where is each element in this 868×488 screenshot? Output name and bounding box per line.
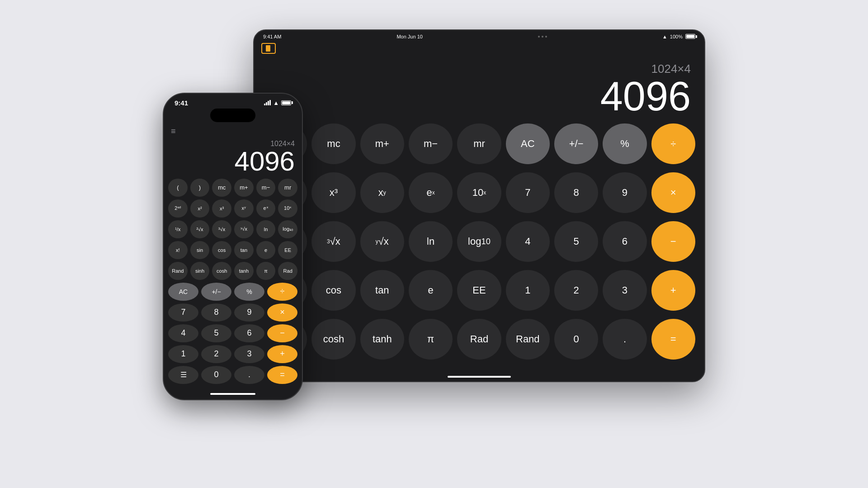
iphone-btn-rand[interactable]: Rand	[168, 262, 188, 280]
btn-decimal[interactable]: .	[603, 319, 646, 360]
iphone-btn-reciprocal[interactable]: ¹/x	[168, 220, 188, 238]
iphone-btn-cosh[interactable]: cosh	[212, 262, 231, 280]
btn-subtract[interactable]: −	[651, 221, 695, 262]
btn-cosh[interactable]: cosh	[311, 319, 355, 360]
iphone-btn-factorial[interactable]: x!	[168, 241, 188, 259]
btn-2[interactable]: 2	[554, 270, 598, 311]
btn-ac[interactable]: AC	[506, 123, 550, 164]
iphone-btn-close-paren[interactable]: )	[190, 179, 210, 197]
btn-1[interactable]: 1	[506, 270, 550, 311]
ipad-row-4: sin cos tan e EE 1 2 3 +	[263, 270, 695, 314]
iphone-btn-2nd[interactable]: 2ⁿᵈ	[168, 199, 188, 218]
iphone-btn-mr[interactable]: mr	[278, 179, 297, 197]
iphone-btn-cos[interactable]: cos	[212, 241, 231, 259]
iphone-btn-7[interactable]: 7	[168, 303, 198, 322]
btn-e[interactable]: e	[409, 270, 453, 311]
btn-0[interactable]: 0	[554, 319, 598, 360]
iphone-btn-open-paren[interactable]: (	[168, 179, 188, 197]
iphone-btn-ln[interactable]: ln	[256, 220, 276, 238]
iphone-btn-sign[interactable]: +/−	[201, 283, 231, 301]
iphone-btn-xy[interactable]: xʸ	[234, 199, 254, 218]
iphone-btn-5[interactable]: 5	[201, 324, 231, 342]
btn-rand[interactable]: Rand	[506, 319, 550, 360]
btn-tan[interactable]: tan	[360, 270, 404, 311]
iphone-btn-mplus[interactable]: m+	[234, 179, 254, 197]
iphone-btn-sinh[interactable]: sinh	[190, 262, 210, 280]
iphone-keypad: ( ) mc m+ m− mr 2ⁿᵈ x² x³ xʸ eˣ 10ˣ ¹/x …	[164, 179, 302, 389]
ipad-keypad: ) mc m+ m− mr AC +/− % ÷ x² x³ xy ex 10x…	[254, 123, 704, 372]
btn-add[interactable]: +	[651, 270, 695, 311]
iphone-btn-pi[interactable]: π	[256, 262, 276, 280]
btn-tanh[interactable]: tanh	[360, 319, 404, 360]
btn-3sqrtx[interactable]: 3√x	[311, 221, 355, 262]
iphone-btn-10x[interactable]: 10ˣ	[278, 199, 297, 218]
iphone-btn-ac[interactable]: AC	[168, 283, 198, 301]
btn-ln[interactable]: ln	[409, 221, 453, 262]
iphone-btn-2[interactable]: 2	[201, 345, 231, 363]
sidebar-toggle-icon[interactable]	[261, 43, 276, 54]
iphone-btn-3[interactable]: 3	[234, 345, 264, 363]
btn-7[interactable]: 7	[506, 172, 550, 213]
btn-6[interactable]: 6	[603, 221, 646, 262]
btn-cos[interactable]: cos	[311, 270, 355, 311]
btn-divide[interactable]: ÷	[651, 123, 695, 164]
btn-10x[interactable]: 10x	[457, 172, 501, 213]
iphone-btn-mc[interactable]: mc	[212, 179, 231, 197]
iphone-btn-8[interactable]: 8	[201, 303, 231, 322]
iphone-btn-equals[interactable]: =	[267, 366, 297, 384]
iphone-btn-x2[interactable]: x²	[190, 199, 210, 218]
btn-equals[interactable]: =	[651, 319, 695, 360]
btn-sign[interactable]: +/−	[554, 123, 598, 164]
btn-rad[interactable]: Rad	[457, 319, 501, 360]
history-icon[interactable]: ≡	[171, 127, 176, 136]
btn-m-plus[interactable]: m+	[360, 123, 404, 164]
ipad-row-1: ) mc m+ m− mr AC +/− % ÷	[263, 123, 695, 168]
iphone-btn-2sqrtx[interactable]: ²√x	[190, 220, 210, 238]
btn-9[interactable]: 9	[603, 172, 646, 213]
iphone-btn-x3[interactable]: x³	[212, 199, 231, 218]
iphone-btn-4[interactable]: 4	[168, 324, 198, 342]
iphone-btn-tan[interactable]: tan	[234, 241, 254, 259]
ipad-result: 4096	[268, 76, 691, 117]
iphone-btn-log[interactable]: log₁₀	[278, 220, 297, 238]
btn-m-minus[interactable]: m−	[409, 123, 453, 164]
btn-4[interactable]: 4	[506, 221, 550, 262]
btn-multiply[interactable]: ×	[651, 172, 695, 213]
btn-ee[interactable]: EE	[457, 270, 501, 311]
ipad-status-right: ▲ 100%	[662, 34, 695, 39]
iphone-btn-e[interactable]: e	[256, 241, 276, 259]
iphone-btn-1[interactable]: 1	[168, 345, 198, 363]
btn-mr[interactable]: mr	[457, 123, 501, 164]
btn-x3[interactable]: x³	[311, 172, 355, 213]
iphone-btn-multiply[interactable]: ×	[267, 303, 297, 322]
iphone-btn-9[interactable]: 9	[234, 303, 264, 322]
iphone-btn-tanh[interactable]: tanh	[234, 262, 254, 280]
btn-pi[interactable]: π	[409, 319, 453, 360]
iphone-btn-0[interactable]: 0	[201, 366, 231, 384]
btn-3[interactable]: 3	[603, 270, 646, 311]
iphone-btn-ysqrtx[interactable]: ʸ√x	[234, 220, 254, 238]
btn-ex[interactable]: ex	[409, 172, 453, 213]
btn-percent[interactable]: %	[603, 123, 646, 164]
iphone-btn-rad[interactable]: Rad	[278, 262, 297, 280]
iphone-btn-decimal[interactable]: .	[234, 366, 264, 384]
btn-8[interactable]: 8	[554, 172, 598, 213]
btn-5[interactable]: 5	[554, 221, 598, 262]
iphone-btn-sin[interactable]: sin	[190, 241, 210, 259]
iphone-btn-ee[interactable]: EE	[278, 241, 297, 259]
iphone-btn-6[interactable]: 6	[234, 324, 264, 342]
iphone-status-icons: ▲	[264, 99, 291, 106]
btn-xy[interactable]: xy	[360, 172, 404, 213]
btn-ysqrtx[interactable]: y√x	[360, 221, 404, 262]
btn-log10[interactable]: log10	[457, 221, 501, 262]
iphone-btn-3sqrtx[interactable]: ³√x	[212, 220, 231, 238]
iphone-btn-divide[interactable]: ÷	[267, 283, 297, 301]
iphone-btn-ex[interactable]: eˣ	[256, 199, 276, 218]
iphone-btn-mminus[interactable]: m−	[256, 179, 276, 197]
iphone-btn-subtract[interactable]: −	[267, 324, 297, 342]
btn-mc[interactable]: mc	[311, 123, 355, 164]
ipad-home-indicator	[254, 372, 704, 381]
iphone-btn-history[interactable]: ☰	[168, 366, 198, 384]
iphone-btn-add[interactable]: +	[267, 345, 297, 363]
iphone-btn-percent[interactable]: %	[234, 283, 264, 301]
